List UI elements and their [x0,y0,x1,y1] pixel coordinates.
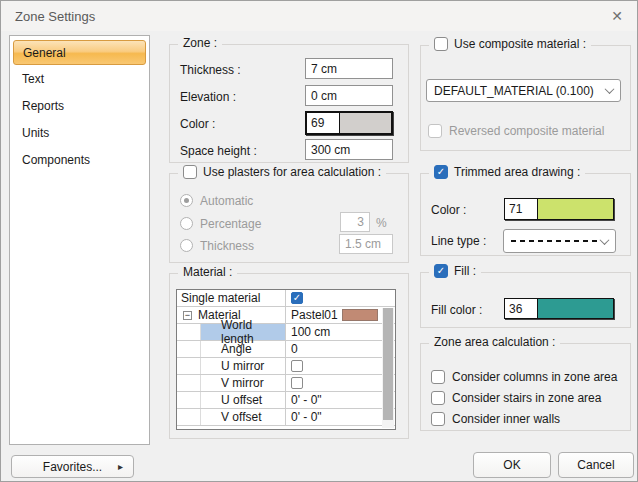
sidebar-item-label: Text [22,72,44,86]
close-icon[interactable]: ✕ [597,1,637,31]
pen-swatch [537,199,613,219]
ok-button[interactable]: OK [473,452,551,478]
dropdown-value: DEFAULT_MATERIAL (0.100) [434,84,594,98]
space-height-input[interactable]: 300 cm [305,139,393,160]
line-type-dropdown[interactable] [503,229,616,253]
sidebar-item-components[interactable]: Components [10,146,149,173]
elevation-label: Elevation : [180,86,236,107]
table-row-u-offset[interactable]: U offset 0' - 0" [177,392,395,409]
plasters-checkbox[interactable] [183,165,197,179]
sidebar-item-label: General [23,46,66,60]
u-offset-value[interactable]: 0' - 0" [286,392,395,408]
table-row-u-mirror[interactable]: U mirror [177,358,395,375]
consider-stairs-row[interactable]: Consider stairs in zone area [431,387,601,408]
table-row-material[interactable]: − Material Pastel01 [177,307,395,324]
table-row-angle[interactable]: Angle 0 [177,341,395,358]
thickness-radio[interactable] [180,239,193,252]
table-row-single-material[interactable]: Single material ✓ [177,290,395,307]
v-offset-value[interactable]: 0' - 0" [286,409,395,425]
fill-color-picker[interactable]: 36 [504,298,614,319]
plasters-group-legend: Use plasters for area calculation : [203,165,381,179]
fill-color-label: Fill color : [431,299,482,320]
scrollbar-thumb[interactable] [383,308,393,420]
fill-group: ✓ Fill : Fill color : 36 [420,272,631,328]
material-value: Pastel01 [291,308,338,322]
zone-settings-dialog: Zone Settings ✕ General Text Reports Uni… [0,0,638,482]
angle-value[interactable]: 0 [286,341,395,357]
line-type-label: Line type : [431,230,486,251]
percentage-radio[interactable] [180,217,193,230]
pen-number: 36 [505,299,537,318]
percent-sign: % [376,212,387,233]
table-row-world-length[interactable]: World length 100 cm [177,324,395,341]
material-group: Material : Single material ✓ − Material … [169,273,409,439]
elevation-input[interactable]: 0 cm [305,85,393,106]
thickness-label: Thickness : [180,59,241,80]
row-label: U mirror [201,358,285,374]
fill-group-legend: Fill : [454,264,476,278]
sidebar-item-units[interactable]: Units [10,119,149,146]
table-row-v-offset[interactable]: V offset 0' - 0" [177,409,395,426]
area-group-legend: Zone area calculation : [429,335,560,349]
consider-columns-checkbox[interactable] [431,370,445,384]
trimmed-checkbox[interactable]: ✓ [434,165,448,179]
collapse-icon[interactable]: − [183,311,192,320]
sidebar-item-general[interactable]: General [13,40,146,65]
single-material-checkbox[interactable]: ✓ [291,292,303,304]
material-group-legend: Material : [178,265,237,279]
world-length-value[interactable]: 100 cm [286,324,395,340]
percentage-input: 3 [340,212,370,232]
row-label: V offset [201,409,285,425]
fill-checkbox[interactable]: ✓ [434,264,448,278]
consider-columns-label: Consider columns in zone area [452,370,617,384]
chevron-down-icon [600,235,610,245]
row-label: V mirror [201,375,285,391]
plasters-group: Use plasters for area calculation : Auto… [169,173,409,263]
titlebar[interactable]: Zone Settings ✕ [1,1,637,31]
space-height-label: Space height : [180,140,257,161]
consider-stairs-checkbox[interactable] [431,391,445,405]
consider-inner-walls-row[interactable]: Consider inner walls [431,408,560,429]
dialog-title: Zone Settings [15,9,95,24]
trimmed-color-label: Color : [431,199,466,220]
consider-columns-row[interactable]: Consider columns in zone area [431,366,617,387]
trimmed-color-picker[interactable]: 71 [504,198,614,220]
sidebar-item-text[interactable]: Text [10,65,149,92]
reversed-composite-row: Reversed composite material [428,120,604,141]
cancel-button-label: Cancel [577,458,614,472]
composite-material-dropdown[interactable]: DEFAULT_MATERIAL (0.100) [426,79,621,102]
zone-color-label: Color : [180,113,215,134]
consider-stairs-label: Consider stairs in zone area [452,391,601,405]
u-mirror-checkbox[interactable] [291,360,303,372]
chevron-down-icon [605,84,615,94]
automatic-radio[interactable] [180,194,193,207]
sidebar-item-label: Components [22,153,90,167]
thickness-option-label: Thickness [200,239,254,253]
cancel-button[interactable]: Cancel [558,452,634,478]
automatic-label: Automatic [200,194,253,208]
thickness-input[interactable]: 7 cm [305,58,393,79]
percentage-label: Percentage [200,217,261,231]
row-label: U offset [201,392,285,408]
sidebar: General Text Reports Units Components [9,35,150,445]
row-label: Single material [177,290,286,306]
row-label: World length [201,324,285,340]
composite-checkbox[interactable] [434,37,448,51]
percentage-radio-row[interactable]: Percentage [180,213,261,234]
sidebar-item-reports[interactable]: Reports [10,92,149,119]
favorites-button[interactable]: Favorites... ▸ [11,455,134,478]
zone-group-legend: Zone : [178,36,222,50]
automatic-radio-row[interactable]: Automatic [180,190,253,211]
trimmed-group-legend: Trimmed area drawing : [454,165,580,179]
table-row-v-mirror[interactable]: V mirror [177,375,395,392]
table-scrollbar[interactable] [382,308,394,428]
pen-number: 71 [505,199,537,219]
reversed-composite-label: Reversed composite material [449,124,604,138]
pen-number: 69 [307,113,339,133]
zone-color-picker[interactable]: 69 [305,111,393,135]
material-table: Single material ✓ − Material Pastel01 Wo… [176,289,396,430]
thickness-radio-row[interactable]: Thickness [180,235,254,256]
consider-inner-walls-checkbox[interactable] [431,412,445,426]
v-mirror-checkbox[interactable] [291,377,303,389]
area-calculation-group: Zone area calculation : Consider columns… [420,343,631,431]
